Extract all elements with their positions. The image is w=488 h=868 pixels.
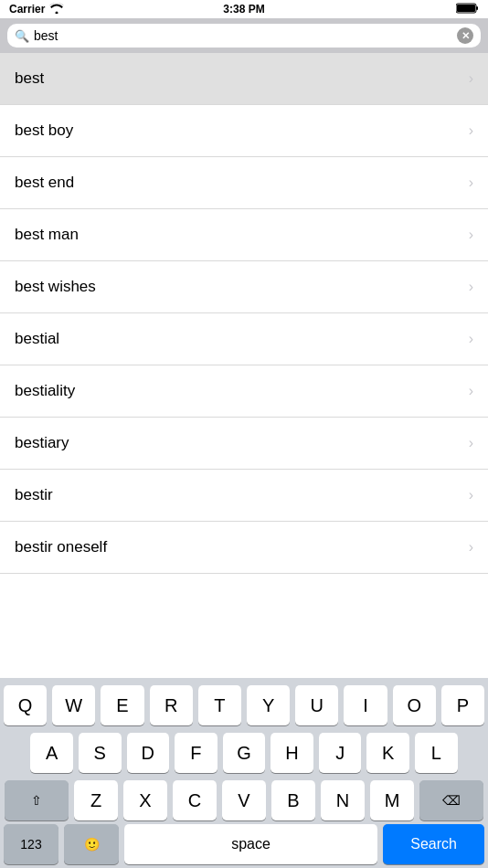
wifi-icon [49, 3, 64, 16]
keyboard-key[interactable]: G [223, 733, 266, 773]
suggestion-text: bestiary [15, 434, 69, 452]
suggestion-text: bestir [15, 486, 53, 504]
search-bar-container: 🔍 ✕ [0, 18, 488, 53]
suggestion-item[interactable]: best wishes› [0, 261, 488, 313]
suggestion-text: best wishes [15, 278, 96, 296]
chevron-right-icon: › [469, 383, 473, 399]
suggestion-text: best boy [15, 122, 73, 140]
suggestion-item[interactable]: best› [0, 53, 488, 105]
keyboard-key[interactable]: K [366, 733, 409, 773]
suggestion-text: bestiality [15, 382, 75, 400]
chevron-right-icon: › [469, 539, 473, 556]
search-input[interactable] [34, 28, 452, 43]
keyboard-key[interactable]: F [175, 733, 217, 773]
chevron-right-icon: › [469, 70, 473, 87]
keyboard-key[interactable]: V [222, 780, 266, 820]
keyboard-key[interactable]: J [319, 733, 362, 773]
suggestion-item[interactable]: best man› [0, 209, 488, 261]
keyboard-key[interactable]: M [370, 780, 414, 820]
suggestion-item[interactable]: bestiary› [0, 418, 488, 470]
emoji-key[interactable]: 🙂 [64, 824, 119, 864]
keyboard-key[interactable]: E [101, 685, 143, 725]
suggestion-list: best›best boy›best end›best man›best wis… [0, 53, 488, 574]
keyboard-key[interactable]: Y [247, 685, 290, 725]
keyboard-rows: QWERTYUIOPASDFGHJKL⇧ZXCVBNM⌫ [0, 678, 488, 824]
keyboard-key[interactable]: O [393, 685, 436, 725]
keyboard-bottom-row: 123🙂spaceSearch [0, 824, 488, 868]
keyboard-row-1: QWERTYUIOP [4, 685, 484, 725]
suggestion-text: bestir oneself [15, 538, 107, 556]
keyboard-key[interactable]: Q [4, 685, 47, 725]
keyboard-key[interactable]: U [295, 685, 338, 725]
clear-button[interactable]: ✕ [457, 27, 473, 44]
suggestion-text: best end [15, 174, 74, 192]
suggestion-item[interactable]: bestial› [0, 313, 488, 365]
status-bar: Carrier 3:38 PM [0, 0, 488, 18]
keyboard-key[interactable]: X [123, 780, 167, 820]
keyboard-row-3: ⇧ZXCVBNM⌫ [4, 780, 484, 820]
shift-key[interactable]: ⇧ [5, 780, 69, 820]
chevron-right-icon: › [469, 122, 473, 139]
chevron-right-icon: › [469, 279, 473, 295]
carrier-label: Carrier [9, 3, 45, 16]
status-time: 3:38 PM [223, 3, 264, 16]
keyboard-key[interactable]: R [150, 685, 193, 725]
battery-icon [456, 3, 479, 16]
search-glass-icon: 🔍 [15, 29, 29, 43]
suggestion-text: bestial [15, 330, 59, 348]
keyboard-key[interactable]: W [52, 685, 95, 725]
keyboard-key[interactable]: P [441, 685, 484, 725]
svg-rect-1 [476, 6, 478, 10]
status-right [456, 3, 479, 16]
status-left: Carrier [9, 3, 64, 16]
suggestion-item[interactable]: bestir oneself› [0, 522, 488, 574]
keyboard-key[interactable]: D [127, 733, 170, 773]
keyboard-key[interactable]: A [30, 733, 73, 773]
suggestion-text: best man [15, 226, 79, 244]
keyboard-key[interactable]: L [415, 733, 458, 773]
chevron-right-icon: › [469, 227, 473, 243]
keyboard-key[interactable]: Z [74, 780, 118, 820]
keyboard-row-2: ASDFGHJKL [4, 733, 484, 773]
chevron-right-icon: › [469, 175, 473, 191]
suggestion-item[interactable]: best end› [0, 157, 488, 209]
svg-rect-2 [457, 5, 475, 12]
search-input-wrapper[interactable]: 🔍 ✕ [7, 24, 481, 48]
keyboard-key[interactable]: H [271, 733, 313, 773]
keyboard-key[interactable]: I [344, 685, 387, 725]
chevron-right-icon: › [469, 331, 473, 347]
keyboard-key[interactable]: C [173, 780, 217, 820]
suggestion-text: best [15, 69, 44, 88]
keyboard-key[interactable]: T [198, 685, 241, 725]
chevron-right-icon: › [469, 435, 473, 451]
number-key[interactable]: 123 [4, 824, 58, 864]
keyboard-key[interactable]: N [321, 780, 365, 820]
space-key[interactable]: space [124, 824, 377, 864]
keyboard-key[interactable]: S [79, 733, 122, 773]
search-key[interactable]: Search [383, 824, 484, 864]
suggestion-item[interactable]: best boy› [0, 105, 488, 157]
keyboard: QWERTYUIOPASDFGHJKL⇧ZXCVBNM⌫ 123🙂spaceSe… [0, 678, 488, 868]
keyboard-key[interactable]: B [271, 780, 315, 820]
chevron-right-icon: › [469, 487, 473, 503]
backspace-key[interactable]: ⌫ [419, 780, 483, 820]
suggestion-item[interactable]: bestir› [0, 470, 488, 522]
suggestion-item[interactable]: bestiality› [0, 365, 488, 418]
